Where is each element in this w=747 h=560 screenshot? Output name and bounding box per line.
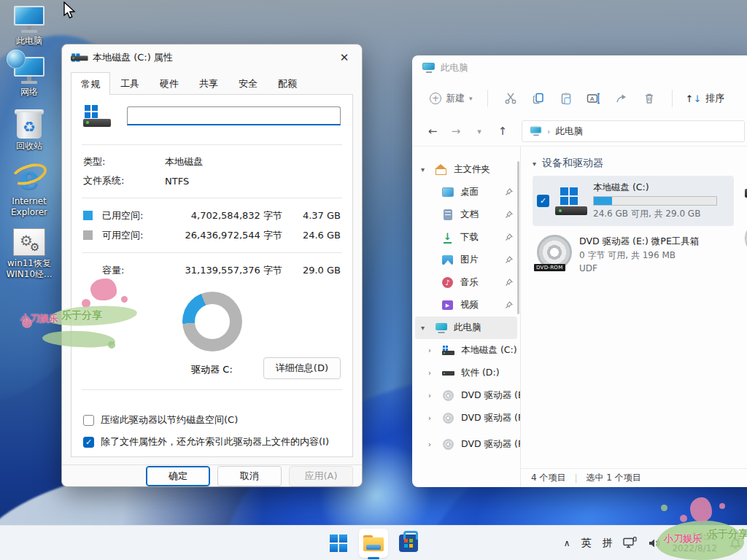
forward-button[interactable]: → bbox=[446, 121, 466, 141]
ime-mode-indicator[interactable]: 拼 bbox=[602, 537, 612, 550]
drive-filesystem: UDF bbox=[579, 262, 699, 275]
sort-button[interactable]: ↑↓ 排序 bbox=[681, 88, 729, 109]
address-bar[interactable]: › 此电脑 bbox=[522, 120, 745, 142]
new-button[interactable]: + 新建 ▾ bbox=[424, 88, 479, 109]
desktop-icon-label: Internet Explorer bbox=[1, 196, 57, 218]
hidden-icons-chevron[interactable]: ∧ bbox=[564, 538, 570, 548]
free-space-swatch bbox=[83, 230, 93, 240]
group-header-devices[interactable]: ▾ 设备和驱动器 bbox=[533, 157, 747, 170]
explorer-title: 此电脑 bbox=[441, 62, 468, 74]
desktop-icon-this-pc[interactable]: 此电脑 bbox=[1, 6, 57, 47]
sidebar-item-home[interactable]: ▾ 主文件夹 bbox=[412, 158, 520, 181]
copy-button[interactable] bbox=[525, 87, 552, 110]
cut-button[interactable] bbox=[497, 87, 525, 110]
sidebar-item-downloads[interactable]: ↓ 下载 bbox=[412, 226, 520, 249]
folder-icon bbox=[363, 535, 384, 551]
start-button[interactable] bbox=[324, 529, 353, 558]
desktop-icon-internet-explorer[interactable]: e Internet Explorer bbox=[1, 162, 57, 218]
desktop-icon-win11-restore[interactable]: ⚙⚙ win11恢复 WIN10经... bbox=[1, 228, 57, 280]
item-checkbox[interactable]: ✓ bbox=[537, 195, 549, 207]
explorer-titlebar[interactable]: 此电脑 bbox=[412, 55, 747, 80]
sidebar-item-label: 主文件夹 bbox=[454, 163, 490, 176]
details-button[interactable]: 详细信息(D) bbox=[263, 357, 341, 379]
videos-icon: ▶ bbox=[441, 300, 454, 311]
sidebar-item-local-disk-c[interactable]: › 本地磁盘 (C:) bbox=[412, 339, 520, 362]
cancel-button[interactable]: 取消 bbox=[217, 466, 282, 486]
drive-item-c[interactable]: ✓ 本地磁盘 (C:) 24.6 GB 可用, 共 29.0 GB bbox=[533, 176, 734, 226]
desktop-icon-network[interactable]: 网络 bbox=[1, 57, 57, 98]
pin-icon bbox=[505, 233, 513, 241]
sidebar-item-videos[interactable]: ▶ 视频 bbox=[412, 294, 520, 316]
rename-button[interactable]: A bbox=[580, 87, 608, 110]
dialog-tab-bar: 常规 工具 硬件 共享 安全 配额 bbox=[62, 71, 362, 94]
sidebar-item-dvd-2[interactable]: › DVD 驱动器 (F:) bbox=[412, 433, 520, 456]
tab-quota[interactable]: 配额 bbox=[268, 72, 307, 94]
sidebar-item-music[interactable]: ♪ 音乐 bbox=[412, 271, 520, 294]
drive-item-dvd-e[interactable]: DVD-ROM DVD 驱动器 (E:) 微PE工具箱 0 字节 可用, 共 1… bbox=[537, 235, 747, 275]
sidebar-item-this-pc[interactable]: ▾ 此电脑 bbox=[415, 316, 517, 339]
sidebar-item-documents[interactable]: 文档 bbox=[412, 203, 520, 226]
dialog-titlebar[interactable]: 本地磁盘 (C:) 属性 ✕ bbox=[62, 44, 362, 71]
ok-button[interactable]: 确定 bbox=[146, 466, 210, 486]
drive-free-space: 0 字节 可用, 共 196 MB bbox=[579, 249, 699, 262]
used-space-gb: 4.37 GB bbox=[282, 210, 341, 221]
desktop-icon-label: win11恢复 WIN10经... bbox=[6, 258, 52, 280]
share-icon bbox=[615, 92, 628, 105]
tab-hardware[interactable]: 硬件 bbox=[150, 72, 189, 94]
network-icon[interactable] bbox=[623, 537, 637, 549]
share-button[interactable] bbox=[608, 87, 635, 110]
breadcrumb-location[interactable]: 此电脑 bbox=[555, 125, 583, 138]
sidebar-item-desktop[interactable]: 桌面 bbox=[412, 181, 520, 203]
up-button[interactable]: ↑ bbox=[492, 121, 513, 141]
chevron-right-icon[interactable]: › bbox=[428, 392, 436, 400]
taskbar-file-explorer-button[interactable] bbox=[359, 529, 388, 558]
tab-security[interactable]: 安全 bbox=[228, 72, 268, 94]
toolbar-divider bbox=[672, 90, 673, 107]
compress-checkbox[interactable] bbox=[83, 415, 94, 426]
drive-free-space: 24.6 GB 可用, 共 29.0 GB bbox=[593, 208, 727, 220]
sidebar-item-label: DVD 驱动器 (E:) bbox=[461, 389, 520, 402]
taskbar: ∧ 英 拼 14:55 2022/8/12 z bbox=[0, 525, 747, 560]
compress-checkbox-label: 压缩此驱动器以节约磁盘空间(C) bbox=[101, 413, 238, 427]
delete-button[interactable] bbox=[635, 87, 663, 110]
local-disk-icon bbox=[555, 187, 587, 215]
sidebar-item-label: 音乐 bbox=[460, 276, 479, 289]
compress-checkbox-row[interactable]: 压缩此驱动器以节约磁盘空间(C) bbox=[83, 409, 341, 431]
chevron-right-icon[interactable]: › bbox=[428, 346, 436, 354]
status-divider: | bbox=[574, 473, 577, 483]
speaker-icon[interactable] bbox=[648, 537, 661, 549]
chevron-right-icon[interactable]: › bbox=[428, 414, 436, 422]
taskbar-clock[interactable]: 14:55 2022/8/12 bbox=[672, 532, 717, 554]
used-space-bytes: 4,702,584,832 字节 bbox=[191, 209, 282, 222]
sidebar-item-label: DVD 驱动器 (F:) bbox=[461, 412, 520, 424]
disk-icon bbox=[442, 368, 454, 378]
sidebar-scrollbar[interactable] bbox=[517, 161, 519, 314]
pin-icon bbox=[505, 301, 513, 309]
recent-locations-chevron[interactable]: ▾ bbox=[469, 121, 489, 141]
chevron-down-icon[interactable]: ▾ bbox=[421, 324, 428, 332]
apply-button[interactable]: 应用(A) bbox=[289, 466, 353, 486]
taskbar-store-button[interactable] bbox=[394, 529, 423, 558]
notification-bell-icon[interactable]: z bbox=[728, 537, 743, 550]
sidebar-item-dvd-f[interactable]: › DVD 驱动器 (F:) bbox=[412, 407, 520, 429]
index-checkbox[interactable]: ✓ bbox=[83, 437, 94, 448]
sidebar-item-dvd-e[interactable]: › DVD 驱动器 (E:) bbox=[412, 384, 520, 407]
close-icon[interactable]: ✕ bbox=[330, 47, 359, 69]
index-checkbox-row[interactable]: ✓ 除了文件属性外，还允许索引此驱动器上文件的内容(I) bbox=[83, 431, 341, 453]
chevron-right-icon[interactable]: › bbox=[428, 369, 436, 377]
sidebar-item-pictures[interactable]: 图片 bbox=[412, 249, 520, 271]
sidebar-item-disk-d[interactable]: › 软件 (D:) bbox=[412, 362, 520, 384]
tab-general[interactable]: 常规 bbox=[71, 72, 110, 95]
volume-label-input[interactable] bbox=[127, 106, 341, 125]
chevron-down-icon[interactable]: ▾ bbox=[421, 166, 428, 174]
tab-sharing[interactable]: 共享 bbox=[189, 72, 228, 94]
back-button[interactable]: ← bbox=[422, 121, 443, 141]
chevron-right-icon[interactable]: › bbox=[428, 440, 436, 448]
clipboard-icon bbox=[560, 92, 573, 105]
paste-button[interactable] bbox=[552, 87, 580, 110]
ime-language-indicator[interactable]: 英 bbox=[581, 537, 591, 550]
free-space-gb: 24.6 GB bbox=[282, 230, 341, 241]
tab-tools[interactable]: 工具 bbox=[110, 72, 150, 94]
type-label: 类型: bbox=[83, 155, 165, 168]
desktop-icon-recycle-bin[interactable]: ♻ 回收站 bbox=[1, 108, 57, 152]
